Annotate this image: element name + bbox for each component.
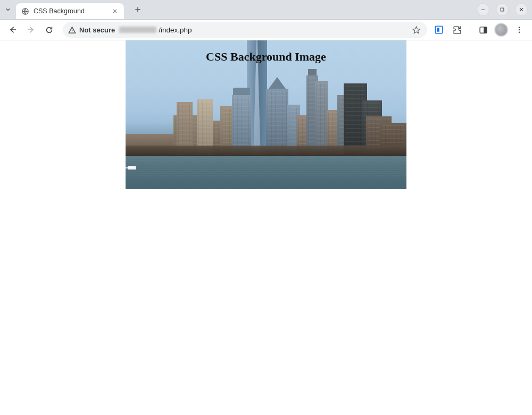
reader-icon	[434, 25, 444, 35]
close-icon	[112, 9, 118, 14]
skyline-decoration	[126, 146, 406, 155]
toolbar: Not secure /index.php	[0, 20, 532, 40]
page-heading: CSS Background Image	[126, 50, 406, 64]
svg-point-7	[519, 27, 520, 28]
bookmark-button[interactable]	[412, 26, 421, 35]
minimize-button[interactable]	[477, 3, 489, 16]
close-icon	[519, 7, 524, 12]
avatar-icon	[495, 23, 508, 36]
background-image-box: CSS Background Image	[126, 40, 406, 189]
menu-button[interactable]	[511, 21, 528, 38]
star-icon	[412, 26, 421, 35]
back-button[interactable]	[4, 21, 21, 38]
kebab-icon	[515, 26, 523, 34]
reload-icon	[45, 26, 54, 35]
url-path: /index.php	[159, 26, 192, 34]
page-viewport: CSS Background Image	[0, 40, 532, 415]
skyline-decoration	[128, 166, 136, 170]
address-bar[interactable]: Not secure /index.php	[63, 22, 427, 38]
tab-active[interactable]: CSS Background	[16, 3, 124, 19]
svg-point-8	[519, 29, 520, 30]
chevron-down-icon	[5, 6, 11, 13]
tabs-dropdown-button[interactable]	[0, 0, 16, 19]
extensions-button[interactable]	[448, 21, 466, 38]
plus-icon	[134, 6, 142, 13]
svg-point-2	[72, 31, 73, 32]
toolbar-right-actions	[430, 21, 528, 38]
side-panel-icon	[479, 26, 488, 35]
minimize-icon	[480, 7, 486, 12]
svg-rect-1	[501, 8, 504, 11]
close-window-button[interactable]	[515, 3, 528, 16]
skyline-decoration	[126, 156, 406, 189]
url-host-redacted	[119, 27, 156, 33]
maximize-button[interactable]	[496, 3, 509, 16]
puzzle-icon	[453, 26, 462, 35]
arrow-right-icon	[26, 25, 36, 35]
security-text: Not secure	[79, 26, 115, 34]
svg-rect-4	[437, 28, 439, 32]
side-panel-button[interactable]	[475, 21, 492, 38]
tab-close-button[interactable]	[110, 6, 120, 16]
maximize-icon	[500, 7, 505, 12]
warning-triangle-icon	[68, 26, 76, 34]
url-display: /index.php	[119, 26, 408, 34]
new-tab-button[interactable]	[130, 2, 145, 17]
arrow-left-icon	[8, 25, 18, 35]
read-mode-button[interactable]	[430, 21, 447, 38]
svg-point-9	[519, 31, 520, 32]
toolbar-separator	[470, 24, 470, 35]
security-indicator[interactable]: Not secure	[68, 26, 115, 34]
window-controls	[477, 3, 528, 16]
tab-title: CSS Background	[34, 7, 110, 15]
tab-strip: CSS Background	[0, 0, 532, 20]
globe-icon	[21, 7, 29, 15]
svg-rect-6	[484, 27, 487, 32]
forward-button[interactable]	[22, 21, 39, 38]
profile-avatar[interactable]	[493, 21, 510, 38]
reload-button[interactable]	[40, 21, 57, 38]
